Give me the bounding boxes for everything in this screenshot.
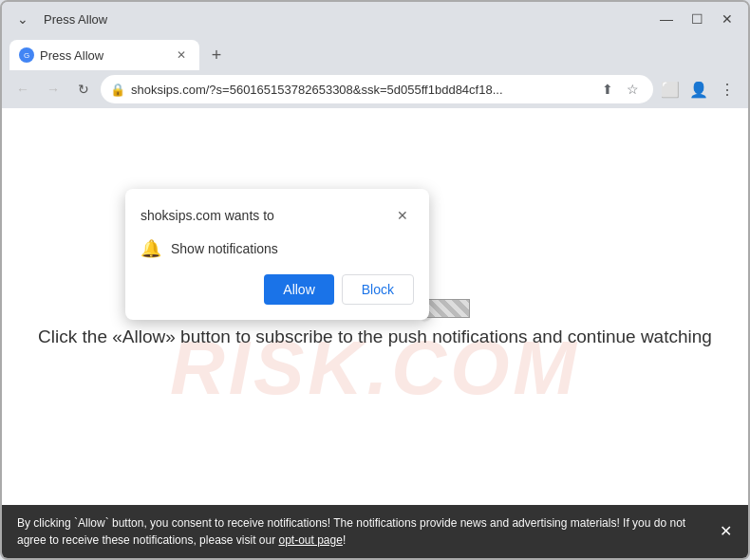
url-bar[interactable]: 🔒 shoksips.com/?s=560165153782653308&ssk… [101,75,653,103]
toolbar-actions: ⬜ 👤 ⋮ [657,76,741,103]
close-button[interactable]: ✕ [714,9,741,29]
popup-description: Show notifications [171,241,278,256]
banner-text-end: ! [343,533,346,547]
bottom-banner: By clicking `Allow` button, you consent … [2,505,748,558]
minimize-button[interactable]: — [653,9,680,29]
banner-close-button[interactable]: ✕ [714,520,737,543]
chevron-down-icon[interactable]: ⌄ [9,9,36,29]
tab-bar: G Press Allow ✕ + [2,36,748,70]
lock-icon: 🔒 [110,83,125,97]
extensions-icon[interactable]: ⬜ [657,76,684,103]
tab-close-button[interactable]: ✕ [173,47,190,64]
bookmark-icon[interactable]: ☆ [621,78,644,101]
title-bar: ⌄ Press Allow — ☐ ✕ [2,2,748,36]
reload-button[interactable]: ↻ [70,76,97,103]
url-actions: ⬆ ☆ [596,78,644,101]
bell-icon: 🔔 [141,238,161,259]
popup-close-button[interactable]: ✕ [391,204,414,227]
opt-out-link[interactable]: opt-out page [278,533,342,547]
popup-row: 🔔 Show notifications [141,238,414,259]
window-controls: — ☐ ✕ [653,9,741,29]
svg-text:G: G [24,51,29,60]
address-bar: ← → ↻ 🔒 shoksips.com/?s=5601651537826533… [2,70,748,108]
url-text: shoksips.com/?s=560165153782653308&ssk=5… [131,83,591,97]
new-tab-button[interactable]: + [203,42,230,68]
forward-button[interactable]: → [40,76,66,103]
block-button[interactable]: Block [342,274,414,305]
menu-icon[interactable]: ⋮ [714,76,741,103]
active-tab[interactable]: G Press Allow ✕ [9,40,199,70]
tab-title: Press Allow [40,48,167,63]
profile-icon[interactable]: 👤 [685,76,712,103]
popup-header: shoksips.com wants to ✕ [141,204,414,227]
share-icon[interactable]: ⬆ [596,78,619,101]
window-title: Press Allow [44,12,107,27]
browser-content: 🔍 RISK.COM Click the «Allow» button to s… [2,108,748,505]
permission-popup: shoksips.com wants to ✕ 🔔 Show notificat… [125,189,429,320]
back-button[interactable]: ← [9,76,36,103]
tab-favicon: G [19,47,34,63]
main-message: Click the «Allow» button to subscribe to… [2,327,748,347]
maximize-button[interactable]: ☐ [684,9,710,29]
banner-text: By clicking `Allow` button, you consent … [17,516,685,547]
popup-actions: Allow Block [141,274,414,305]
popup-title: shoksips.com wants to [141,208,274,223]
allow-button[interactable]: Allow [264,274,333,305]
